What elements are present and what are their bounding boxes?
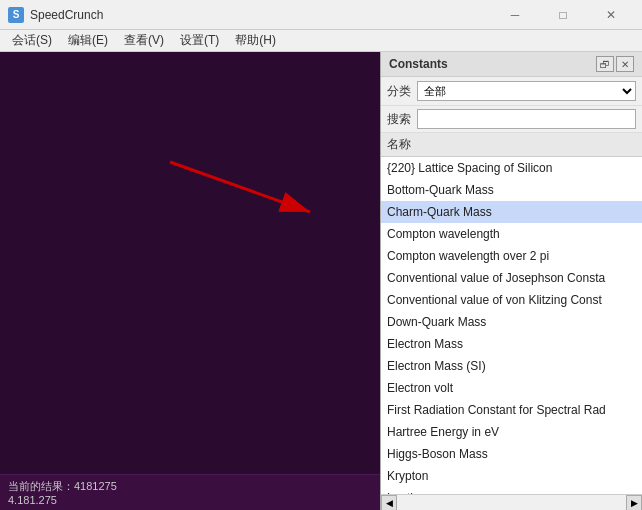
result-value: 4.181.275 bbox=[8, 494, 372, 506]
constants-panel: Constants 🗗 ✕ 分类 全部 搜索 名称 {220} Lattice … bbox=[380, 52, 642, 510]
panel-window-controls: 🗗 ✕ bbox=[596, 56, 634, 72]
pointer-arrow bbox=[140, 152, 340, 232]
horizontal-scrollbar[interactable]: ◀ ▶ bbox=[381, 494, 642, 510]
list-item[interactable]: Conventional value of Josephson Consta bbox=[381, 267, 642, 289]
maximize-button[interactable]: □ bbox=[540, 0, 586, 30]
list-item[interactable]: Charm-Quark Mass bbox=[381, 201, 642, 223]
list-item[interactable]: Compton wavelength over 2 pi bbox=[381, 245, 642, 267]
column-header: 名称 bbox=[381, 133, 642, 157]
panel-header: Constants 🗗 ✕ bbox=[381, 52, 642, 77]
list-item[interactable]: Higgs-Boson Mass bbox=[381, 443, 642, 465]
close-button[interactable]: ✕ bbox=[588, 0, 634, 30]
filter-row: 分类 全部 bbox=[381, 77, 642, 106]
minimize-button[interactable]: ─ bbox=[492, 0, 538, 30]
list-item[interactable]: {220} Lattice Spacing of Silicon bbox=[381, 157, 642, 179]
window-title: SpeedCrunch bbox=[30, 8, 492, 22]
svg-line-1 bbox=[170, 162, 310, 212]
main-area: 当前的结果：4181275 4.181.275 Constants 🗗 ✕ 分类… bbox=[0, 52, 642, 510]
panel-close-button[interactable]: ✕ bbox=[616, 56, 634, 72]
result-label: 当前的结果：4181275 bbox=[8, 479, 372, 494]
menubar: 会话(S)编辑(E)查看(V)设置(T)帮助(H) bbox=[0, 30, 642, 52]
panel-restore-button[interactable]: 🗗 bbox=[596, 56, 614, 72]
menu-item-s[interactable]: 会话(S) bbox=[4, 30, 60, 51]
menu-item-v[interactable]: 查看(V) bbox=[116, 30, 172, 51]
app-icon-letter: S bbox=[13, 9, 20, 20]
list-item[interactable]: Electron Mass (SI) bbox=[381, 355, 642, 377]
app-icon: S bbox=[8, 7, 24, 23]
list-item[interactable]: Compton wavelength bbox=[381, 223, 642, 245]
list-item[interactable]: Bottom-Quark Mass bbox=[381, 179, 642, 201]
name-column-header: 名称 bbox=[387, 136, 411, 153]
window-controls: ─ □ ✕ bbox=[492, 0, 634, 30]
list-item[interactable]: Conventional value of von Klitzing Const bbox=[381, 289, 642, 311]
calculator-area[interactable]: 当前的结果：4181275 4.181.275 bbox=[0, 52, 380, 510]
list-item[interactable]: Electron volt bbox=[381, 377, 642, 399]
list-item[interactable]: Krypton bbox=[381, 465, 642, 487]
constants-list[interactable]: {220} Lattice Spacing of SiliconBottom-Q… bbox=[381, 157, 642, 494]
list-item[interactable]: First Radiation Constant for Spectral Ra… bbox=[381, 399, 642, 421]
search-label: 搜索 bbox=[387, 111, 411, 128]
search-row: 搜索 bbox=[381, 106, 642, 133]
menu-item-e[interactable]: 编辑(E) bbox=[60, 30, 116, 51]
titlebar: S SpeedCrunch ─ □ ✕ bbox=[0, 0, 642, 30]
scroll-right-button[interactable]: ▶ bbox=[626, 495, 642, 511]
list-item[interactable]: Lanthanum bbox=[381, 487, 642, 494]
panel-title: Constants bbox=[389, 57, 448, 71]
list-item[interactable]: Down-Quark Mass bbox=[381, 311, 642, 333]
list-item[interactable]: Electron Mass bbox=[381, 333, 642, 355]
list-item[interactable]: Hartree Energy in eV bbox=[381, 421, 642, 443]
scroll-track bbox=[397, 495, 626, 511]
category-select[interactable]: 全部 bbox=[417, 81, 636, 101]
menu-item-t[interactable]: 设置(T) bbox=[172, 30, 227, 51]
status-bar: 当前的结果：4181275 4.181.275 bbox=[0, 474, 380, 510]
menu-item-h[interactable]: 帮助(H) bbox=[227, 30, 284, 51]
filter-label: 分类 bbox=[387, 83, 411, 100]
search-input[interactable] bbox=[417, 109, 636, 129]
scroll-left-button[interactable]: ◀ bbox=[381, 495, 397, 511]
